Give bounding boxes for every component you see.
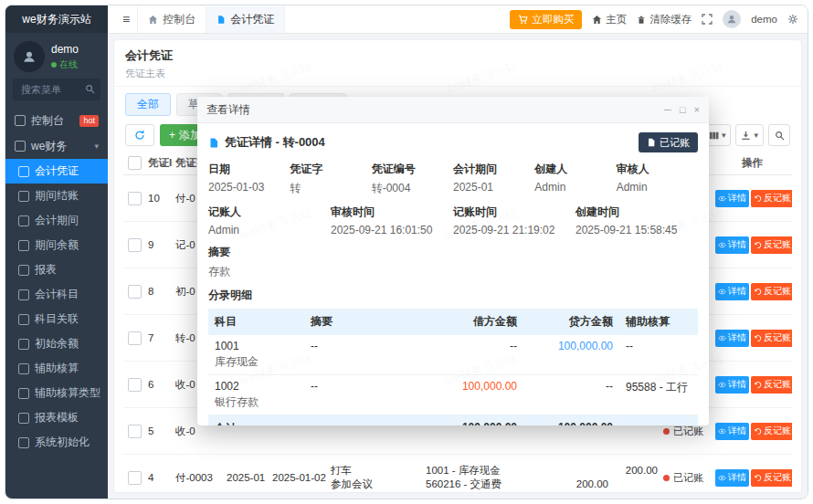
topbar-avatar[interactable] <box>723 10 741 28</box>
sidebar-item[interactable]: 会计科目 <box>5 282 108 307</box>
actions-cell: 详情 反记账 <box>712 330 792 347</box>
sidebar-item[interactable]: 期间余额 <box>5 233 108 257</box>
fullscreen-icon[interactable] <box>702 14 713 25</box>
row-checkbox[interactable] <box>128 285 142 299</box>
unpost-button[interactable]: 反记账 <box>751 330 792 347</box>
voucher-detail-title: 凭证详情 - 转-0004 <box>225 134 325 151</box>
plus-icon: + <box>169 129 175 142</box>
menu-icon <box>18 363 29 374</box>
sidebar-group-label: we财务 <box>31 139 67 154</box>
search-button[interactable] <box>768 124 790 146</box>
unpost-button[interactable]: 反记账 <box>751 190 792 207</box>
status-dot-icon <box>663 475 670 481</box>
detail-button[interactable]: 详情 <box>715 236 749 254</box>
user-avatar[interactable] <box>14 41 45 72</box>
modal-body: 凭证详情 - 转-0004 已记账 日期 2025-01-03 凭证字 转 <box>197 123 709 425</box>
sidebar-item-label: 控制台 <box>31 113 64 129</box>
menu-icon <box>18 265 29 276</box>
voucher-no-cell: 付-0003 <box>173 471 224 485</box>
sidebar-item[interactable]: 报表模板 <box>5 405 108 430</box>
field: 审核人 Admin <box>617 162 698 196</box>
field-value: 转 <box>290 181 371 196</box>
row-checkbox[interactable] <box>128 378 142 392</box>
entry-summary: -- <box>304 380 432 393</box>
user-status-label: 在线 <box>59 58 78 71</box>
nav-tab-voucher[interactable]: 会计凭证 <box>206 6 285 33</box>
sidebar-item-console[interactable]: 控制台 hot <box>5 108 108 133</box>
sidebar-item[interactable]: 辅助核算 <box>5 356 108 381</box>
unpost-button[interactable]: 反记账 <box>751 376 792 394</box>
window-controls: ─ □ × <box>664 104 700 115</box>
field-label: 记账时间 <box>453 205 575 220</box>
sidebar-item[interactable]: 期间结账 <box>5 184 108 208</box>
buy-now-button[interactable]: 立即购买 <box>510 10 582 29</box>
unpost-button[interactable]: 反记账 <box>751 423 792 440</box>
select-all-checkbox[interactable] <box>128 156 142 170</box>
refresh-button[interactable] <box>125 124 154 146</box>
sidebar-item[interactable]: 辅助核算类型 <box>5 381 108 405</box>
modal-titlebar[interactable]: 查看详情 ─ □ × <box>197 97 709 123</box>
sidebar-group-wefinance[interactable]: we财务 ▾ <box>5 133 108 159</box>
row-checkbox[interactable] <box>128 471 142 485</box>
field: 创建时间 2025-09-21 15:58:45 <box>575 205 698 236</box>
undo-icon <box>754 381 762 389</box>
entry-subject: 1001 库存现金 <box>208 340 304 370</box>
detail-button[interactable]: 详情 <box>715 330 749 347</box>
user-status: 在线 <box>51 58 79 71</box>
minimize-icon[interactable]: ─ <box>664 104 671 115</box>
summary-cell: 打车参加会议 <box>328 464 423 491</box>
row-checkbox[interactable] <box>128 331 142 345</box>
detail-button[interactable]: 详情 <box>715 283 749 300</box>
hamburger-icon[interactable]: ≡ <box>115 12 137 26</box>
field: 凭证编号 转-0004 <box>372 162 453 196</box>
sidebar-item-label: 报表模板 <box>35 410 79 425</box>
sidebar-item[interactable]: 科目关联 <box>5 307 108 331</box>
clear-cache-link[interactable]: 清除缓存 <box>637 13 692 26</box>
field-label: 创建时间 <box>575 205 698 220</box>
close-icon[interactable]: × <box>694 104 700 115</box>
sidebar-item[interactable]: 会计凭证 <box>5 159 108 184</box>
sidebar-item-label: 期间结账 <box>35 188 79 204</box>
row-checkbox[interactable] <box>128 238 142 252</box>
voucher-detail-header: 凭证详情 - 转-0004 已记账 <box>208 132 698 152</box>
gear-icon[interactable] <box>787 14 798 25</box>
detail-button[interactable]: 详情 <box>715 190 749 207</box>
home-icon <box>592 15 602 25</box>
detail-button[interactable]: 详情 <box>715 376 749 394</box>
actions-cell: 详情 反记账 <box>712 236 792 254</box>
chevron-down-icon: ▾ <box>754 131 758 140</box>
sidebar-item[interactable]: 会计期间 <box>5 208 108 233</box>
sidebar-item-label: 会计凭证 <box>35 163 79 179</box>
home-icon <box>148 15 158 25</box>
detail-button[interactable]: 详情 <box>715 423 749 440</box>
sidebar-item[interactable]: 系统初始化 <box>5 430 108 455</box>
row-checkbox[interactable] <box>128 192 142 205</box>
field-label: 审核时间 <box>331 205 453 220</box>
unpost-button[interactable]: 反记账 <box>751 283 792 300</box>
export-button[interactable]: ▾ <box>735 124 764 146</box>
posted-badge-button[interactable]: 已记账 <box>639 132 698 152</box>
field-label: 凭证编号 <box>372 162 453 177</box>
sidebar-item-label: 系统初始化 <box>35 435 90 450</box>
detail-button[interactable]: 详情 <box>715 469 749 487</box>
field: 日期 2025-01-03 <box>208 162 290 196</box>
unpost-button[interactable]: 反记账 <box>751 236 792 254</box>
sidebar-item[interactable]: 报表 <box>5 257 108 282</box>
filter-tab[interactable]: 全部 <box>125 93 171 116</box>
eye-icon <box>718 194 726 203</box>
field-value: 转-0004 <box>372 181 453 196</box>
voucher-id-cell: 10 <box>145 193 173 204</box>
debit-cell: 200.00 <box>556 464 611 491</box>
maximize-icon[interactable]: □ <box>680 104 686 115</box>
entry-aux: 95588 - 工行 <box>619 380 698 395</box>
row-checkbox[interactable] <box>128 425 142 438</box>
sidebar-item[interactable]: 初始余额 <box>5 331 108 356</box>
field-label: 日期 <box>208 162 290 177</box>
column-header: 操作 <box>712 156 792 170</box>
user-menu[interactable]: demo <box>751 14 777 25</box>
nav-tab-console[interactable]: 控制台 <box>137 6 206 33</box>
status-badge: 已记账 <box>663 471 709 485</box>
home-link[interactable]: 主页 <box>592 13 627 26</box>
unpost-button[interactable]: 反记账 <box>751 469 792 487</box>
voucher-no-cell: 收-0 <box>173 425 224 438</box>
